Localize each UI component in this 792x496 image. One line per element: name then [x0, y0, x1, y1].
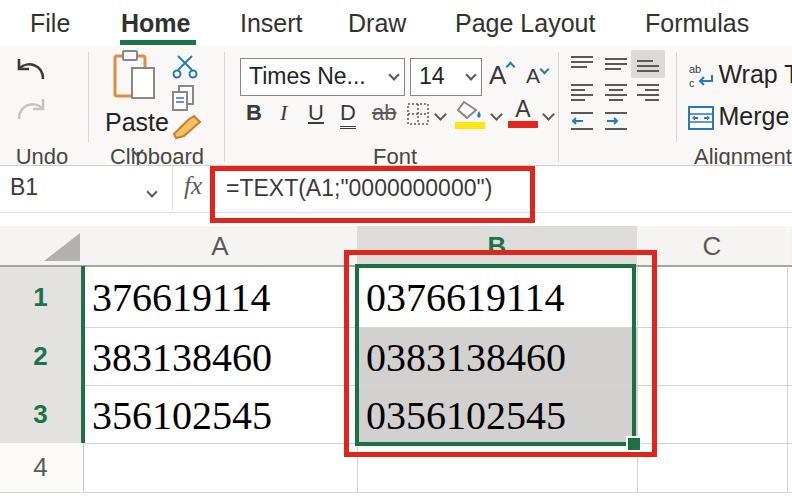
cell-a3[interactable]: 356102545: [92, 389, 272, 441]
undo-button[interactable]: [14, 54, 48, 88]
fill-color-chevron-icon[interactable]: [490, 108, 503, 121]
increase-indent-icon: [604, 110, 628, 132]
row-number-2: 2: [0, 327, 81, 385]
increase-indent-button[interactable]: [604, 110, 628, 136]
gridline-h: [83, 492, 792, 493]
shrink-font-caret-icon: [540, 65, 550, 75]
undo-icon: [14, 54, 48, 84]
format-painter-icon: [172, 114, 204, 140]
paste-button[interactable]: Paste: [104, 50, 170, 154]
fx-button[interactable]: fx: [184, 172, 202, 200]
fill-color-button[interactable]: [455, 100, 485, 129]
strikethrough-button[interactable]: ab: [372, 100, 396, 126]
cell-a1[interactable]: 376619114: [92, 271, 271, 323]
decrease-indent-button[interactable]: [570, 110, 594, 136]
alignment-group-label: Alignment: [694, 144, 792, 166]
name-box[interactable]: B1: [0, 166, 173, 210]
merge-center-button[interactable]: Merge & Center: [688, 102, 792, 134]
font-size-chevron-icon[interactable]: [465, 69, 476, 80]
active-tab-underline: [120, 40, 196, 45]
font-color-letter: A: [508, 96, 538, 123]
clipboard-group-label: Clipboard: [92, 144, 222, 166]
align-center-icon: [604, 82, 628, 104]
row-number-4: 4: [0, 443, 81, 492]
align-left-button[interactable]: [570, 82, 594, 108]
font-size-combo[interactable]: 14: [410, 58, 482, 96]
merge-center-icon: [688, 106, 714, 130]
ribbon: Undo Paste: [0, 46, 792, 166]
align-center-button[interactable]: [604, 82, 628, 108]
merge-center-label: Merge & Center: [718, 102, 792, 130]
borders-chevron-icon[interactable]: [434, 108, 447, 121]
group-separator: [558, 52, 559, 162]
svg-text:ab: ab: [689, 63, 701, 75]
select-all-corner[interactable]: [0, 226, 83, 266]
grow-font-button[interactable]: A: [489, 60, 514, 91]
font-name-combo[interactable]: Times Ne...: [240, 58, 405, 96]
borders-button[interactable]: [406, 102, 430, 130]
redo-icon: [14, 94, 48, 124]
column-header-a[interactable]: A: [83, 226, 357, 266]
row-header-selection-bar: [81, 266, 85, 443]
svg-text:c: c: [689, 77, 695, 89]
column-b-annotation-box: [344, 250, 657, 457]
name-box-value: B1: [10, 174, 38, 201]
cell-a2[interactable]: 383138460: [92, 331, 272, 383]
copy-icon: [170, 84, 196, 112]
group-separator: [224, 52, 225, 162]
ribbon-tab-bar: File Home Insert Draw Page Layout Formul…: [0, 0, 792, 46]
shrink-font-button[interactable]: A: [526, 64, 548, 88]
tab-file[interactable]: File: [30, 9, 70, 38]
bottom-align-button[interactable]: [636, 54, 660, 78]
column-header-partial[interactable]: [788, 226, 792, 266]
wrap-text-label: Wrap Text: [718, 60, 792, 88]
font-color-chevron-icon[interactable]: [542, 108, 555, 121]
align-right-button[interactable]: [636, 82, 660, 108]
tab-formulas[interactable]: Formulas: [645, 9, 749, 38]
wrap-text-icon: ab c: [688, 63, 714, 89]
font-group-label: Font: [330, 144, 460, 166]
middle-align-button[interactable]: [604, 54, 628, 78]
group-separator: [88, 52, 89, 142]
top-align-button[interactable]: [570, 54, 594, 78]
tab-draw[interactable]: Draw: [348, 9, 406, 38]
italic-button[interactable]: I: [280, 100, 287, 126]
decrease-indent-icon: [570, 110, 594, 132]
wrap-text-button[interactable]: ab c Wrap Text: [688, 60, 792, 92]
excel-window: File Home Insert Draw Page Layout Formul…: [0, 0, 792, 496]
column-header-c[interactable]: C: [637, 226, 787, 266]
align-right-icon: [636, 82, 660, 104]
font-color-button[interactable]: A: [508, 96, 538, 128]
paste-icon: [112, 50, 158, 102]
bottom-align-icon: [636, 54, 660, 74]
select-all-triangle-icon: [44, 233, 80, 261]
gridline-v: [787, 266, 788, 492]
format-painter-button[interactable]: [172, 114, 204, 144]
double-underline-button[interactable]: D: [340, 100, 356, 129]
formula-annotation-box: [210, 166, 535, 223]
underline-button[interactable]: U: [308, 100, 324, 126]
group-separator: [676, 52, 677, 142]
cut-button[interactable]: [172, 54, 198, 84]
tab-insert[interactable]: Insert: [240, 9, 303, 38]
borders-icon: [406, 102, 430, 126]
paste-label: Paste: [104, 108, 170, 137]
font-size-value: 14: [419, 63, 445, 90]
redo-button[interactable]: [14, 94, 48, 128]
grow-font-label: A: [489, 60, 506, 90]
name-box-chevron-icon[interactable]: [146, 186, 157, 197]
copy-button[interactable]: [170, 84, 196, 116]
cut-icon: [172, 54, 198, 80]
fill-color-icon: [455, 100, 483, 120]
font-name-chevron-icon[interactable]: [388, 69, 399, 80]
row-number-1: 1: [0, 267, 81, 327]
grow-font-caret-icon: [506, 62, 516, 72]
undo-group-label: Undo: [2, 144, 82, 166]
align-left-icon: [570, 82, 594, 104]
fill-color-swatch: [455, 122, 485, 129]
tab-home[interactable]: Home: [121, 9, 190, 38]
tab-page-layout[interactable]: Page Layout: [455, 9, 595, 38]
top-align-icon: [570, 54, 594, 74]
bold-button[interactable]: B: [246, 100, 262, 126]
row-number-3: 3: [0, 385, 81, 443]
